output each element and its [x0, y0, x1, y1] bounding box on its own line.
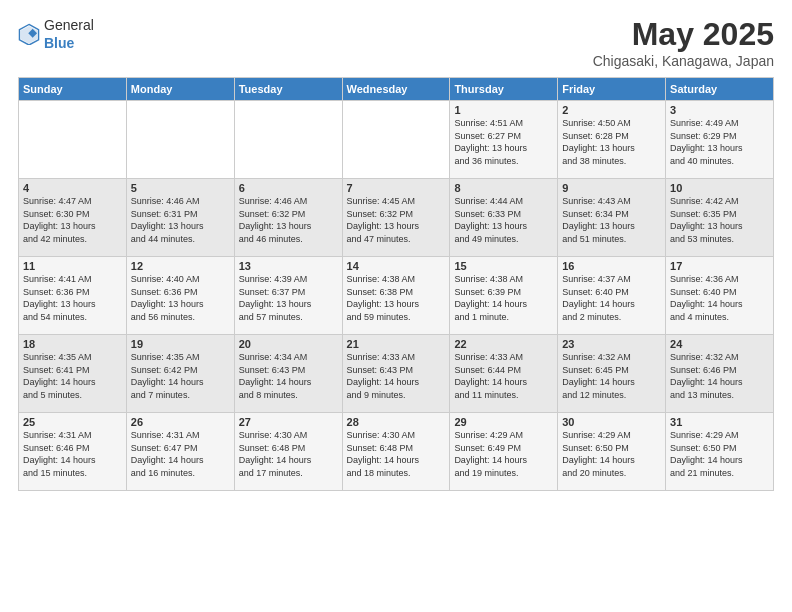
day-header-wednesday: Wednesday: [342, 78, 450, 101]
day-info: Sunrise: 4:39 AM Sunset: 6:37 PM Dayligh…: [239, 273, 338, 323]
day-cell: 5Sunrise: 4:46 AM Sunset: 6:31 PM Daylig…: [126, 179, 234, 257]
day-header-friday: Friday: [558, 78, 666, 101]
day-cell: [234, 101, 342, 179]
day-number: 14: [347, 260, 446, 272]
day-cell: 9Sunrise: 4:43 AM Sunset: 6:34 PM Daylig…: [558, 179, 666, 257]
day-cell: 19Sunrise: 4:35 AM Sunset: 6:42 PM Dayli…: [126, 335, 234, 413]
day-info: Sunrise: 4:31 AM Sunset: 6:47 PM Dayligh…: [131, 429, 230, 479]
day-number: 25: [23, 416, 122, 428]
day-cell: 10Sunrise: 4:42 AM Sunset: 6:35 PM Dayli…: [666, 179, 774, 257]
day-info: Sunrise: 4:32 AM Sunset: 6:45 PM Dayligh…: [562, 351, 661, 401]
day-info: Sunrise: 4:46 AM Sunset: 6:32 PM Dayligh…: [239, 195, 338, 245]
day-number: 19: [131, 338, 230, 350]
day-info: Sunrise: 4:51 AM Sunset: 6:27 PM Dayligh…: [454, 117, 553, 167]
day-cell: [19, 101, 127, 179]
calendar-body: 1Sunrise: 4:51 AM Sunset: 6:27 PM Daylig…: [19, 101, 774, 491]
day-info: Sunrise: 4:35 AM Sunset: 6:41 PM Dayligh…: [23, 351, 122, 401]
day-info: Sunrise: 4:40 AM Sunset: 6:36 PM Dayligh…: [131, 273, 230, 323]
day-cell: 13Sunrise: 4:39 AM Sunset: 6:37 PM Dayli…: [234, 257, 342, 335]
day-info: Sunrise: 4:31 AM Sunset: 6:46 PM Dayligh…: [23, 429, 122, 479]
day-number: 12: [131, 260, 230, 272]
day-cell: 29Sunrise: 4:29 AM Sunset: 6:49 PM Dayli…: [450, 413, 558, 491]
day-info: Sunrise: 4:30 AM Sunset: 6:48 PM Dayligh…: [347, 429, 446, 479]
day-number: 31: [670, 416, 769, 428]
day-info: Sunrise: 4:37 AM Sunset: 6:40 PM Dayligh…: [562, 273, 661, 323]
day-info: Sunrise: 4:50 AM Sunset: 6:28 PM Dayligh…: [562, 117, 661, 167]
month-title: May 2025: [593, 16, 774, 53]
day-info: Sunrise: 4:47 AM Sunset: 6:30 PM Dayligh…: [23, 195, 122, 245]
calendar-header: SundayMondayTuesdayWednesdayThursdayFrid…: [19, 78, 774, 101]
day-number: 3: [670, 104, 769, 116]
day-header-monday: Monday: [126, 78, 234, 101]
main-container: General Blue May 2025 Chigasaki, Kanagaw…: [0, 0, 792, 612]
day-cell: 1Sunrise: 4:51 AM Sunset: 6:27 PM Daylig…: [450, 101, 558, 179]
day-cell: 6Sunrise: 4:46 AM Sunset: 6:32 PM Daylig…: [234, 179, 342, 257]
title-section: May 2025 Chigasaki, Kanagawa, Japan: [593, 16, 774, 69]
day-number: 21: [347, 338, 446, 350]
day-info: Sunrise: 4:43 AM Sunset: 6:34 PM Dayligh…: [562, 195, 661, 245]
day-info: Sunrise: 4:35 AM Sunset: 6:42 PM Dayligh…: [131, 351, 230, 401]
day-number: 22: [454, 338, 553, 350]
day-number: 24: [670, 338, 769, 350]
day-cell: 21Sunrise: 4:33 AM Sunset: 6:43 PM Dayli…: [342, 335, 450, 413]
day-number: 2: [562, 104, 661, 116]
day-cell: 3Sunrise: 4:49 AM Sunset: 6:29 PM Daylig…: [666, 101, 774, 179]
day-cell: 14Sunrise: 4:38 AM Sunset: 6:38 PM Dayli…: [342, 257, 450, 335]
day-header-sunday: Sunday: [19, 78, 127, 101]
day-info: Sunrise: 4:33 AM Sunset: 6:44 PM Dayligh…: [454, 351, 553, 401]
day-cell: 12Sunrise: 4:40 AM Sunset: 6:36 PM Dayli…: [126, 257, 234, 335]
week-row-5: 25Sunrise: 4:31 AM Sunset: 6:46 PM Dayli…: [19, 413, 774, 491]
day-number: 4: [23, 182, 122, 194]
day-info: Sunrise: 4:45 AM Sunset: 6:32 PM Dayligh…: [347, 195, 446, 245]
day-number: 17: [670, 260, 769, 272]
day-cell: [126, 101, 234, 179]
day-cell: 16Sunrise: 4:37 AM Sunset: 6:40 PM Dayli…: [558, 257, 666, 335]
day-info: Sunrise: 4:36 AM Sunset: 6:40 PM Dayligh…: [670, 273, 769, 323]
day-header-saturday: Saturday: [666, 78, 774, 101]
day-cell: 28Sunrise: 4:30 AM Sunset: 6:48 PM Dayli…: [342, 413, 450, 491]
day-cell: 18Sunrise: 4:35 AM Sunset: 6:41 PM Dayli…: [19, 335, 127, 413]
week-row-4: 18Sunrise: 4:35 AM Sunset: 6:41 PM Dayli…: [19, 335, 774, 413]
header: General Blue May 2025 Chigasaki, Kanagaw…: [18, 16, 774, 69]
day-number: 18: [23, 338, 122, 350]
day-cell: 27Sunrise: 4:30 AM Sunset: 6:48 PM Dayli…: [234, 413, 342, 491]
day-number: 6: [239, 182, 338, 194]
day-header-tuesday: Tuesday: [234, 78, 342, 101]
day-info: Sunrise: 4:38 AM Sunset: 6:39 PM Dayligh…: [454, 273, 553, 323]
day-number: 29: [454, 416, 553, 428]
day-number: 13: [239, 260, 338, 272]
day-info: Sunrise: 4:34 AM Sunset: 6:43 PM Dayligh…: [239, 351, 338, 401]
day-info: Sunrise: 4:46 AM Sunset: 6:31 PM Dayligh…: [131, 195, 230, 245]
week-row-1: 1Sunrise: 4:51 AM Sunset: 6:27 PM Daylig…: [19, 101, 774, 179]
day-cell: 8Sunrise: 4:44 AM Sunset: 6:33 PM Daylig…: [450, 179, 558, 257]
day-cell: 24Sunrise: 4:32 AM Sunset: 6:46 PM Dayli…: [666, 335, 774, 413]
day-number: 27: [239, 416, 338, 428]
day-cell: 25Sunrise: 4:31 AM Sunset: 6:46 PM Dayli…: [19, 413, 127, 491]
day-info: Sunrise: 4:29 AM Sunset: 6:49 PM Dayligh…: [454, 429, 553, 479]
header-row: SundayMondayTuesdayWednesdayThursdayFrid…: [19, 78, 774, 101]
day-info: Sunrise: 4:42 AM Sunset: 6:35 PM Dayligh…: [670, 195, 769, 245]
day-number: 5: [131, 182, 230, 194]
day-cell: 23Sunrise: 4:32 AM Sunset: 6:45 PM Dayli…: [558, 335, 666, 413]
logo: General Blue: [18, 16, 94, 52]
location-title: Chigasaki, Kanagawa, Japan: [593, 53, 774, 69]
day-header-thursday: Thursday: [450, 78, 558, 101]
day-number: 16: [562, 260, 661, 272]
calendar-table: SundayMondayTuesdayWednesdayThursdayFrid…: [18, 77, 774, 491]
day-info: Sunrise: 4:41 AM Sunset: 6:36 PM Dayligh…: [23, 273, 122, 323]
day-number: 20: [239, 338, 338, 350]
day-cell: 4Sunrise: 4:47 AM Sunset: 6:30 PM Daylig…: [19, 179, 127, 257]
day-info: Sunrise: 4:30 AM Sunset: 6:48 PM Dayligh…: [239, 429, 338, 479]
day-number: 8: [454, 182, 553, 194]
day-number: 15: [454, 260, 553, 272]
day-number: 23: [562, 338, 661, 350]
week-row-2: 4Sunrise: 4:47 AM Sunset: 6:30 PM Daylig…: [19, 179, 774, 257]
day-cell: 26Sunrise: 4:31 AM Sunset: 6:47 PM Dayli…: [126, 413, 234, 491]
logo-icon: [18, 23, 40, 45]
day-cell: 11Sunrise: 4:41 AM Sunset: 6:36 PM Dayli…: [19, 257, 127, 335]
day-cell: 2Sunrise: 4:50 AM Sunset: 6:28 PM Daylig…: [558, 101, 666, 179]
day-number: 9: [562, 182, 661, 194]
week-row-3: 11Sunrise: 4:41 AM Sunset: 6:36 PM Dayli…: [19, 257, 774, 335]
day-number: 30: [562, 416, 661, 428]
day-cell: 22Sunrise: 4:33 AM Sunset: 6:44 PM Dayli…: [450, 335, 558, 413]
